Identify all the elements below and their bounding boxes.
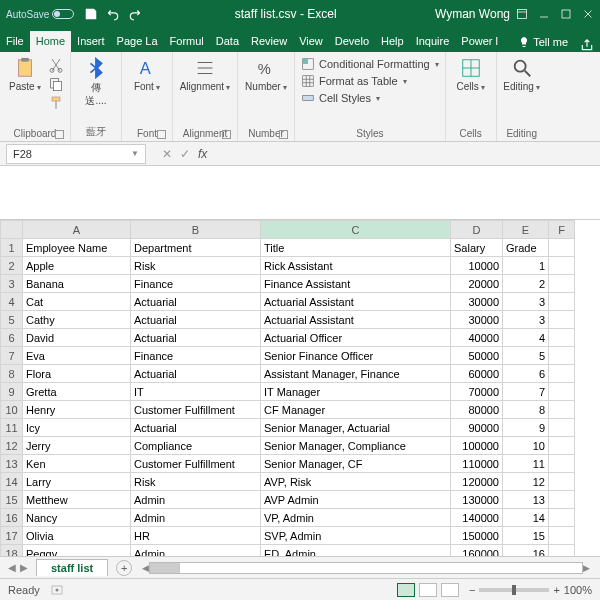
row-header[interactable]: 17 bbox=[1, 527, 23, 545]
cell[interactable]: IT bbox=[131, 383, 261, 401]
cell[interactable]: Gretta bbox=[23, 383, 131, 401]
cell[interactable]: ED, Admin bbox=[261, 545, 451, 557]
ribbon-tab-data[interactable]: Data bbox=[210, 31, 245, 52]
cell[interactable]: 3 bbox=[503, 293, 549, 311]
cell[interactable]: 80000 bbox=[451, 401, 503, 419]
cells-button[interactable]: Cells bbox=[452, 55, 490, 92]
conditional-formatting-button[interactable]: Conditional Formatting bbox=[301, 57, 439, 71]
format-painter-icon[interactable] bbox=[48, 95, 64, 111]
cell[interactable] bbox=[549, 275, 575, 293]
cell[interactable]: Actuarial bbox=[131, 365, 261, 383]
paste-button[interactable]: Paste bbox=[6, 55, 44, 92]
cell[interactable]: 5 bbox=[503, 347, 549, 365]
cell[interactable]: 2 bbox=[503, 275, 549, 293]
cell[interactable]: 6 bbox=[503, 365, 549, 383]
zoom-out-button[interactable]: − bbox=[469, 584, 475, 596]
cell[interactable]: 3 bbox=[503, 311, 549, 329]
ribbon-tab-file[interactable]: File bbox=[0, 31, 30, 52]
page-break-view-button[interactable] bbox=[441, 583, 459, 597]
cell[interactable]: 120000 bbox=[451, 473, 503, 491]
cell[interactable]: 50000 bbox=[451, 347, 503, 365]
redo-icon[interactable] bbox=[128, 7, 142, 21]
new-sheet-button[interactable]: + bbox=[116, 560, 132, 576]
row-header[interactable]: 18 bbox=[1, 545, 23, 557]
cell[interactable]: 1 bbox=[503, 257, 549, 275]
cell[interactable]: Department bbox=[131, 239, 261, 257]
copy-icon[interactable] bbox=[48, 76, 64, 92]
col-header-E[interactable]: E bbox=[503, 221, 549, 239]
cell[interactable] bbox=[549, 545, 575, 557]
cell[interactable]: 30000 bbox=[451, 293, 503, 311]
cell[interactable] bbox=[549, 257, 575, 275]
cell[interactable]: Senior Manager, Compliance bbox=[261, 437, 451, 455]
cell[interactable] bbox=[549, 401, 575, 419]
cell[interactable]: AVP, Risk bbox=[261, 473, 451, 491]
normal-view-button[interactable] bbox=[397, 583, 415, 597]
ribbon-tab-home[interactable]: Home bbox=[30, 31, 71, 52]
cell[interactable]: Apple bbox=[23, 257, 131, 275]
cell[interactable]: 70000 bbox=[451, 383, 503, 401]
row-header[interactable]: 4 bbox=[1, 293, 23, 311]
cell[interactable]: Finance bbox=[131, 275, 261, 293]
cell[interactable]: Risk bbox=[131, 473, 261, 491]
cell[interactable]: Employee Name bbox=[23, 239, 131, 257]
cell[interactable]: Icy bbox=[23, 419, 131, 437]
cell[interactable]: Actuarial bbox=[131, 293, 261, 311]
dialog-launcher-icon[interactable] bbox=[279, 130, 288, 139]
cell[interactable]: David bbox=[23, 329, 131, 347]
cell[interactable]: 15 bbox=[503, 527, 549, 545]
cell[interactable]: 60000 bbox=[451, 365, 503, 383]
ribbon-tab-review[interactable]: Review bbox=[245, 31, 293, 52]
ribbon-options-icon[interactable] bbox=[516, 8, 528, 20]
cell[interactable]: Henry bbox=[23, 401, 131, 419]
row-header[interactable]: 10 bbox=[1, 401, 23, 419]
cell[interactable]: 8 bbox=[503, 401, 549, 419]
cell[interactable]: Peggy bbox=[23, 545, 131, 557]
cell[interactable]: 110000 bbox=[451, 455, 503, 473]
cell[interactable]: Actuarial bbox=[131, 311, 261, 329]
cell[interactable]: 11 bbox=[503, 455, 549, 473]
cell[interactable]: 10 bbox=[503, 437, 549, 455]
cell[interactable]: Salary bbox=[451, 239, 503, 257]
cell[interactable]: VP, Admin bbox=[261, 509, 451, 527]
row-header[interactable]: 2 bbox=[1, 257, 23, 275]
cut-icon[interactable] bbox=[48, 57, 64, 73]
cell[interactable]: Cathy bbox=[23, 311, 131, 329]
horizontal-scrollbar[interactable]: ◀ ▶ bbox=[142, 562, 590, 574]
cell[interactable] bbox=[549, 347, 575, 365]
cell[interactable]: Finance bbox=[131, 347, 261, 365]
col-header-F[interactable]: F bbox=[549, 221, 575, 239]
cell[interactable]: 10000 bbox=[451, 257, 503, 275]
name-box[interactable]: F28 ▼ bbox=[6, 144, 146, 164]
cell[interactable]: Eva bbox=[23, 347, 131, 365]
undo-icon[interactable] bbox=[106, 7, 120, 21]
cell[interactable] bbox=[549, 509, 575, 527]
tellme-button[interactable]: Tell me bbox=[512, 32, 574, 52]
cell[interactable] bbox=[549, 527, 575, 545]
number-button[interactable]: % Number bbox=[244, 55, 288, 92]
ribbon-tab-pagela[interactable]: Page La bbox=[111, 31, 164, 52]
maximize-icon[interactable] bbox=[560, 8, 572, 20]
row-header[interactable]: 12 bbox=[1, 437, 23, 455]
cell[interactable]: Compliance bbox=[131, 437, 261, 455]
cell[interactable]: 9 bbox=[503, 419, 549, 437]
cell[interactable]: Actuarial bbox=[131, 419, 261, 437]
ribbon-tab-view[interactable]: View bbox=[293, 31, 329, 52]
minimize-icon[interactable] bbox=[538, 8, 550, 20]
cell[interactable]: 14 bbox=[503, 509, 549, 527]
cell[interactable]: 20000 bbox=[451, 275, 503, 293]
row-header[interactable]: 5 bbox=[1, 311, 23, 329]
cell[interactable]: Metthew bbox=[23, 491, 131, 509]
cell[interactable] bbox=[549, 455, 575, 473]
share-icon[interactable] bbox=[580, 38, 594, 52]
cell[interactable]: Customer Fulfillment bbox=[131, 455, 261, 473]
cell[interactable] bbox=[549, 419, 575, 437]
dialog-launcher-icon[interactable] bbox=[55, 130, 64, 139]
cell[interactable]: Olivia bbox=[23, 527, 131, 545]
enter-formula-icon[interactable]: ✓ bbox=[180, 147, 190, 161]
cell[interactable]: AVP Admin bbox=[261, 491, 451, 509]
col-header-A[interactable]: A bbox=[23, 221, 131, 239]
dialog-launcher-icon[interactable] bbox=[157, 130, 166, 139]
row-header[interactable]: 3 bbox=[1, 275, 23, 293]
format-as-table-button[interactable]: Format as Table bbox=[301, 74, 439, 88]
